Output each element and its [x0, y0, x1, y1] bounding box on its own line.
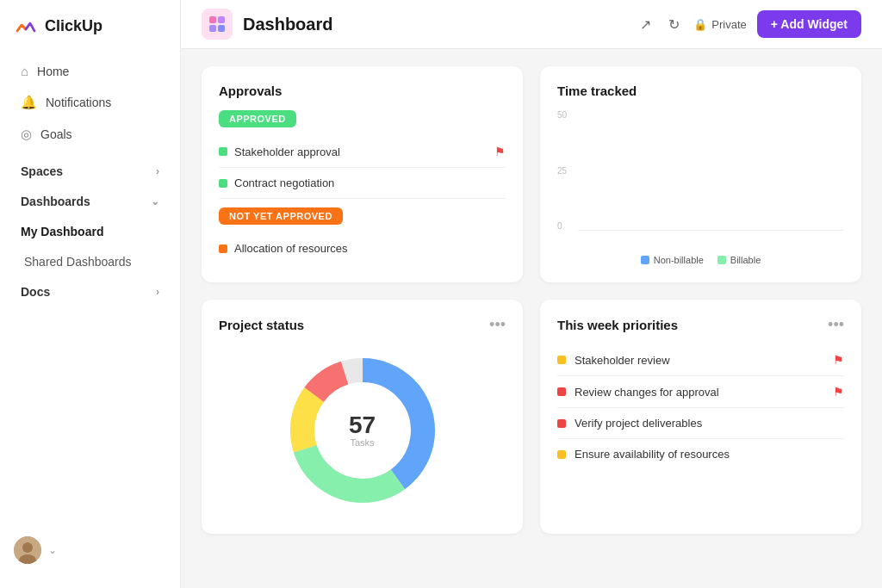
main-content: Dashboard ↗ ↻ 🔒 Private + Add Widget App… — [181, 0, 882, 588]
priority-flag-0: ⚑ — [833, 353, 844, 367]
approval-label-2: Allocation of resources — [234, 242, 348, 255]
approved-badge: APPROVED — [219, 110, 296, 127]
project-status-title: Project status — [219, 318, 304, 332]
priorities-widget: This week priorities ••• Stakeholder rev… — [540, 300, 861, 534]
dashboard-icon-box — [202, 9, 233, 40]
home-icon: ⌂ — [21, 64, 28, 78]
chevron-right-icon: › — [156, 165, 159, 177]
approval-label-0: Stakeholder approval — [234, 145, 340, 158]
topbar-actions: ↗ ↻ 🔒 Private + Add Widget — [637, 10, 861, 38]
grid-icon — [208, 15, 227, 34]
legend-billable-label: Billable — [730, 255, 761, 265]
time-tracked-widget: Time tracked 50 25 0 — [540, 66, 861, 282]
sidebar-dashboards[interactable]: Dashboards ⌄ — [7, 187, 173, 216]
avatar[interactable] — [14, 536, 41, 564]
time-tracked-title: Time tracked — [557, 84, 844, 98]
priority-dot-yellow-3 — [557, 450, 566, 459]
priority-dot-red-2 — [557, 419, 566, 428]
donut-center: 57 Tasks — [349, 413, 376, 448]
legend-billable: Billable — [717, 255, 761, 265]
legend-blue-dot — [641, 256, 649, 264]
sidebar-item-goals[interactable]: ◎ Goals — [7, 119, 173, 150]
y-label-50: 50 — [557, 110, 575, 120]
y-label-0: 0 — [557, 221, 575, 231]
dot-orange-icon — [219, 244, 227, 253]
bottom-row: Project status ••• — [202, 300, 861, 534]
lock-icon: 🔒 — [693, 18, 707, 31]
sidebar-item-notifications[interactable]: 🔔 Notifications — [7, 87, 173, 118]
priority-label-3: Ensure availability of resources — [575, 448, 730, 461]
approval-item-1: Contract negotiation — [219, 168, 506, 199]
svg-rect-6 — [218, 25, 225, 32]
sidebar-docs-label: Docs — [21, 285, 50, 299]
project-status-menu-icon[interactable]: ••• — [489, 317, 506, 332]
priorities-menu-icon[interactable]: ••• — [828, 317, 844, 332]
sidebar-item-home-label: Home — [37, 65, 69, 78]
sidebar-item-shared-dashboards[interactable]: Shared Dashboards — [7, 247, 173, 276]
priority-label-1: Review changes for approval — [575, 386, 719, 399]
priority-dot-yellow-0 — [557, 356, 566, 364]
approval-label-1: Contract negotiation — [234, 176, 334, 189]
trophy-icon: ◎ — [21, 127, 32, 142]
legend-green-dot — [717, 256, 726, 264]
chevron-down-icon: ⌄ — [151, 195, 159, 207]
top-row: Approvals APPROVED Stakeholder approval … — [202, 66, 861, 282]
private-label: 🔒 Private — [693, 18, 746, 31]
sidebar-spaces[interactable]: Spaces › — [7, 157, 173, 186]
priority-item-3: Ensure availability of resources — [557, 439, 844, 469]
sidebar-item-home[interactable]: ⌂ Home — [7, 56, 173, 86]
sidebar-navigation: ⌂ Home 🔔 Notifications ◎ Goals Spaces › … — [0, 55, 180, 526]
svg-rect-3 — [209, 16, 216, 23]
expand-button[interactable]: ↗ — [637, 13, 655, 36]
sidebar: ClickUp ⌂ Home 🔔 Notifications ◎ Goals S… — [0, 0, 181, 588]
sidebar-item-notifications-label: Notifications — [46, 96, 111, 109]
priorities-title: This week priorities — [557, 318, 678, 332]
sidebar-spaces-label: Spaces — [21, 164, 63, 178]
sidebar-shared-dashboards-label: Shared Dashboards — [24, 255, 132, 269]
svg-rect-4 — [218, 16, 225, 23]
refresh-button[interactable]: ↻ — [665, 13, 683, 36]
clickup-logo-icon — [14, 14, 38, 38]
chart-axis — [578, 230, 844, 231]
chevron-right-docs-icon: › — [156, 286, 159, 298]
donut-number: 57 — [349, 413, 376, 437]
priority-label-0: Stakeholder review — [575, 354, 670, 367]
dashboard-grid: Approvals APPROVED Stakeholder approval … — [181, 49, 882, 588]
priority-label-2: Verify project deliverables — [575, 417, 702, 430]
page-title: Dashboard — [243, 15, 332, 34]
dot-green-icon-1 — [219, 179, 227, 188]
logo-text: ClickUp — [45, 17, 102, 35]
logo: ClickUp — [0, 14, 180, 55]
svg-point-1 — [22, 542, 33, 553]
sidebar-item-my-dashboard[interactable]: My Dashboard — [7, 217, 173, 246]
donut-chart-container: 57 Tasks — [219, 344, 506, 517]
approvals-title: Approvals — [219, 84, 506, 98]
sidebar-my-dashboard-label: My Dashboard — [21, 225, 103, 238]
legend-non-billable-label: Non-billable — [654, 255, 704, 265]
priority-item-2: Verify project deliverables — [557, 408, 844, 439]
bell-icon: 🔔 — [21, 95, 37, 110]
avatar-chevron-icon[interactable]: ⌄ — [48, 544, 57, 556]
legend-non-billable: Non-billable — [641, 255, 704, 265]
donut-label: Tasks — [349, 437, 376, 448]
priority-dot-red-1 — [557, 387, 566, 396]
priority-item-1: Review changes for approval ⚑ — [557, 376, 844, 408]
chart-bars — [578, 110, 844, 231]
approvals-widget: Approvals APPROVED Stakeholder approval … — [202, 66, 523, 282]
sidebar-bottom: ⌄ — [0, 526, 180, 574]
chart-y-labels: 50 25 0 — [557, 110, 575, 231]
approval-item-0: Stakeholder approval ⚑ — [219, 136, 506, 168]
priority-flag-1: ⚑ — [833, 385, 844, 399]
priority-item-0: Stakeholder review ⚑ — [557, 344, 844, 376]
private-text: Private — [711, 18, 746, 31]
dot-green-icon — [219, 147, 227, 156]
add-widget-button[interactable]: + Add Widget — [757, 10, 861, 38]
sidebar-docs[interactable]: Docs › — [7, 277, 173, 306]
y-label-25: 25 — [557, 166, 575, 176]
sidebar-item-goals-label: Goals — [40, 127, 72, 141]
approval-item-2: Allocation of resources — [219, 233, 506, 263]
project-status-widget: Project status ••• — [202, 300, 523, 534]
svg-rect-5 — [209, 25, 216, 32]
flag-icon-0: ⚑ — [494, 145, 506, 158]
topbar: Dashboard ↗ ↻ 🔒 Private + Add Widget — [181, 0, 882, 49]
